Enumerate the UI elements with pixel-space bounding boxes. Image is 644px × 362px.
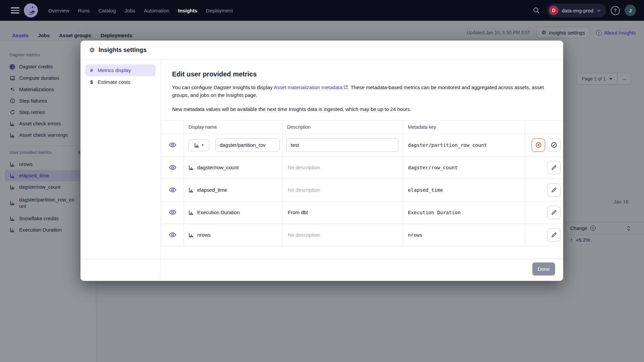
insights-settings-modal: ⚙ Insights settings # Metrics display $ …	[80, 41, 563, 281]
sidebar-item-label: nrows	[19, 161, 33, 168]
next-page-button[interactable]: →	[618, 73, 631, 84]
insights-settings-label: Insights settings	[549, 30, 585, 36]
retry-icon	[9, 110, 15, 115]
sidebar-item-label: Asset check errors	[19, 120, 61, 127]
edit-row-button[interactable]	[547, 183, 560, 197]
modal-header: ⚙ Insights settings	[80, 41, 563, 60]
sidebar-item-label: Snowflake credits	[19, 215, 59, 222]
display-name-text: Execution Duration	[197, 209, 240, 215]
modal-nav-metrics-display[interactable]: # Metrics display	[85, 64, 156, 76]
modal-nav-label: Estimate costs	[98, 79, 130, 85]
arrow-right-icon: →	[622, 75, 627, 82]
eye-icon[interactable]	[169, 186, 176, 194]
hash-icon: #	[89, 67, 94, 73]
editing-description-cell	[282, 134, 403, 157]
bar-chart-icon	[189, 165, 194, 170]
cancel-edit-button[interactable]	[532, 138, 545, 152]
intro-paragraph: You can configure Dagster Insights to di…	[172, 83, 556, 99]
table-row-visibility	[162, 201, 184, 224]
nav-deployment[interactable]: Deployment	[206, 8, 233, 13]
asset-materialization-metadata-link[interactable]: Asset materialization metadata	[274, 84, 348, 90]
info-icon: i	[590, 226, 596, 231]
dagster-logo-icon[interactable]	[23, 3, 38, 18]
modal-nav-label: Metrics display	[98, 67, 131, 73]
search-icon[interactable]	[530, 4, 542, 16]
description-cell: No description	[282, 179, 403, 201]
window-icon	[9, 75, 15, 81]
about-insights-label: About Insights	[604, 30, 636, 36]
metric-type-dropdown[interactable]: ▾	[189, 139, 209, 151]
tab-asset-groups[interactable]: Asset groups	[59, 33, 91, 38]
sparkles-icon	[9, 87, 15, 92]
nav-overview[interactable]: Overview	[48, 8, 69, 13]
bar-chart-icon	[9, 227, 15, 233]
info-icon: i	[596, 30, 602, 36]
page-select[interactable]: Page 1 of 1	[577, 73, 618, 84]
sidebar-item-label: Step retries	[19, 109, 45, 116]
modal-nav-estimate-costs[interactable]: $ Estimate costs	[85, 76, 156, 88]
pencil-icon	[551, 187, 557, 193]
confirm-edit-button[interactable]	[547, 138, 560, 152]
bar-chart-icon	[9, 184, 15, 190]
link-label: Asset materialization metadata	[274, 84, 342, 90]
insights-subnav: Assets Jobs Asset groups Deployments Upd…	[0, 21, 644, 41]
pencil-icon	[551, 232, 557, 238]
description-cell: No description	[282, 224, 403, 246]
metadata-key-cell: Execution Duration	[403, 201, 525, 224]
tab-assets[interactable]: Assets	[12, 33, 29, 38]
header-visibility	[162, 121, 184, 134]
nav-jobs[interactable]: Jobs	[124, 8, 135, 13]
eye-icon[interactable]	[169, 164, 176, 171]
chevron-down-icon	[597, 9, 601, 12]
axis-date-tick: Jan 16	[613, 199, 629, 204]
modal-content: Edit user provided metrics You can confi…	[161, 60, 563, 281]
workspace-name: data-eng-prod	[562, 8, 593, 13]
header-description: Description	[282, 121, 403, 134]
change-value: +5.2%	[576, 237, 590, 243]
intro-before: You can configure Dagster Insights to di…	[172, 84, 274, 90]
top-nav: Overview Runs Catalog Jobs Automation In…	[0, 0, 644, 21]
workspace-switcher[interactable]: D data-eng-prod	[547, 4, 606, 17]
edit-row-button[interactable]	[547, 228, 560, 242]
avatar-initial: J	[629, 8, 632, 13]
modal-nav: # Metrics display $ Estimate costs	[80, 60, 161, 281]
sort-icon[interactable]	[627, 226, 631, 231]
nav-insights[interactable]: Insights	[178, 8, 198, 13]
tab-jobs[interactable]: Jobs	[38, 33, 50, 38]
edit-row-button[interactable]	[547, 161, 560, 174]
eye-icon[interactable]	[169, 141, 176, 149]
edit-row-button[interactable]	[547, 206, 560, 219]
done-button[interactable]: Done	[532, 262, 555, 276]
nav-automation[interactable]: Automation	[144, 8, 169, 13]
help-glyph: ?	[614, 8, 617, 13]
sidebar-item-elapsed-time[interactable]: elapsed_time	[5, 170, 91, 181]
sidebar-item-label: Step failures	[19, 98, 47, 104]
bar-chart-icon	[9, 121, 15, 126]
nav-runs[interactable]: Runs	[78, 8, 90, 13]
sidebar-item-label: Asset check warnings	[19, 132, 68, 138]
description-cell: From dbt	[282, 201, 403, 224]
bar-chart-icon	[9, 173, 15, 178]
actions-cell	[525, 224, 563, 246]
about-insights-link[interactable]: i About Insights	[596, 30, 636, 36]
display-name-text: nrows	[197, 232, 211, 238]
table-row-visibility	[162, 134, 184, 157]
description-input[interactable]	[286, 138, 398, 152]
metadata-key-cell: dagster/partition_row_count	[403, 134, 525, 157]
eye-icon[interactable]	[169, 231, 176, 239]
tab-deployments[interactable]: Deployments	[101, 33, 132, 38]
change-header-label: Change	[570, 226, 587, 231]
sidebar-item-label: Dagster credits	[19, 63, 53, 70]
eye-icon[interactable]	[169, 208, 176, 216]
display-name-input[interactable]	[215, 138, 280, 152]
help-icon[interactable]: ?	[611, 6, 620, 15]
insights-settings-button[interactable]: ⚙ Insights settings	[536, 27, 590, 38]
metrics-table: Display name Description Metadata key ▾	[161, 120, 563, 246]
change-column-header[interactable]: Change i	[567, 222, 644, 235]
workspace-badge: D	[549, 6, 558, 15]
user-avatar[interactable]: J	[625, 5, 636, 16]
hamburger-menu-icon[interactable]	[11, 7, 19, 13]
check-circle-icon	[550, 141, 557, 148]
nav-catalog[interactable]: Catalog	[99, 8, 116, 13]
actions-cell	[525, 157, 563, 179]
